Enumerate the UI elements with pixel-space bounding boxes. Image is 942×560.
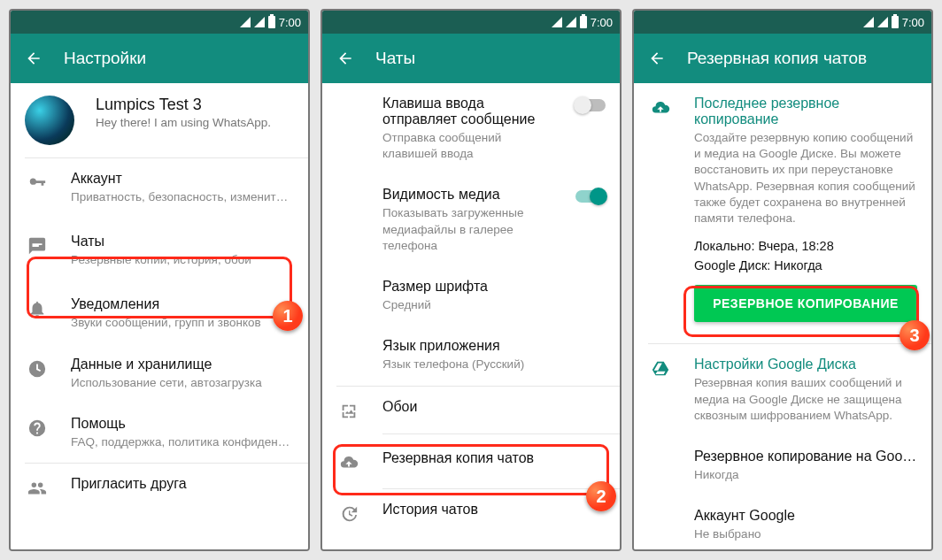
backup-google-account[interactable]: Аккаунт Google Не выбрано [634,495,931,549]
appbar-title: Настройки [64,49,146,68]
chats-font-size[interactable]: Размер шрифта Средний [322,266,620,326]
settings-account[interactable]: Аккаунт Приватность, безопасность, измен… [11,158,308,218]
row-title: Видимость медиа [382,187,554,203]
row-title: Аккаунт Google [694,508,917,524]
backup-now-button[interactable]: РЕЗЕРВНОЕ КОПИРОВАНИЕ [694,285,917,322]
people-icon [25,476,50,498]
row-sub: Язык телефона (Русский) [382,357,606,372]
back-button[interactable] [336,50,354,67]
chats-media-visibility[interactable]: Видимость медиа Показывать загруженные м… [322,174,620,266]
settings-content: Lumpics Test 3 Hey there! I am using Wha… [11,83,308,549]
app-bar: Резервная копия чатов [634,34,931,83]
backup-frequency[interactable]: Резервное копирование на Googl... Никогд… [634,436,931,495]
status-time: 7:00 [902,16,924,29]
row-sub: Средний [382,297,606,313]
row-title: История чатов [382,502,606,518]
section-heading: Настройки Google Диска [694,357,917,372]
chat-icon [25,234,50,256]
row-sub: Отправка сообщений клавишей ввода [382,130,554,162]
row-sub: Никогда [694,467,917,483]
avatar [25,96,74,145]
settings-chats[interactable]: Чаты Резервные копии, история, обои [11,218,308,284]
row-title: Язык приложения [382,338,606,354]
toggle-enter[interactable] [575,99,606,111]
backup-last-section: Последнее резервное копирование Создайте… [634,83,931,343]
row-title: Резервное копирование на Googl... [694,449,917,464]
row-sub: Звуки сообщений, групп и звонков [71,315,294,331]
gdrive-icon [648,357,673,379]
row-title: Уведомления [71,296,294,312]
row-sub: FAQ, поддержка, политика конфиденциал... [71,434,294,450]
chats-history[interactable]: История чатов [322,489,620,536]
signal-icon [566,17,576,27]
settings-data[interactable]: Данные и хранилище Использование сети, а… [11,344,308,403]
signal-icon [254,17,265,27]
status-bar: 7:00 [11,11,308,34]
wifi-icon [552,17,562,27]
settings-invite[interactable]: Пригласить друга [11,464,308,510]
wallpaper-icon [336,399,361,421]
row-title: Обои [382,399,606,415]
row-title: Пригласить друга [71,476,294,492]
section-desc: Создайте резервную копию сообщений и мед… [694,130,917,226]
signal-icon [877,17,888,27]
key-icon [25,171,50,193]
screen-chats: 7:00 Чаты Клавиша ввода отправляет сообщ… [320,9,622,551]
chats-content: Клавиша ввода отправляет сообщение Отпра… [322,83,620,549]
row-title: Резервная копия чатов [382,450,606,466]
toggle-media[interactable] [575,190,606,203]
battery-icon [580,16,587,28]
backup-gdrive: Google Диск: Никогда [694,258,917,272]
appbar-title: Чаты [375,49,415,68]
settings-notifications[interactable]: Уведомления Звуки сообщений, групп и зво… [11,284,308,343]
backup-content: Последнее резервное копирование Создайте… [634,83,931,549]
screen-settings: 7:00 Настройки Lumpics Test 3 Hey there!… [9,9,310,551]
row-title: Клавиша ввода отправляет сообщение [382,96,554,127]
screen-backup: 7:00 Резервная копия чатов Последнее рез… [632,9,933,551]
row-title: Аккаунт [71,171,294,187]
chats-wallpaper[interactable]: Обои [322,387,620,433]
row-sub: Приватность, безопасность, изменить но..… [71,189,294,205]
chats-backup[interactable]: Резервная копия чатов [322,434,620,488]
row-title: Чаты [71,234,294,249]
section-heading: Последнее резервное копирование [694,96,917,127]
app-bar: Настройки [11,34,308,83]
battery-icon [268,16,275,28]
profile-name: Lumpics Test 3 [96,96,294,114]
status-time: 7:00 [591,16,613,29]
profile-status: Hey there! I am using WhatsApp. [96,116,294,129]
bell-icon [25,296,50,318]
gdrive-settings-section: Настройки Google Диска Резервная копия в… [634,344,931,436]
back-button[interactable] [648,50,666,67]
cloud-upload-icon [336,450,361,472]
row-title: Размер шрифта [382,279,606,295]
profile-row[interactable]: Lumpics Test 3 Hey there! I am using Wha… [11,83,308,157]
appbar-title: Резервная копия чатов [687,49,867,68]
row-sub: Показывать загруженные медиафайлы в гале… [382,205,554,254]
wifi-icon [240,17,251,27]
app-bar: Чаты [322,34,620,83]
wifi-icon [863,17,874,27]
chats-app-language[interactable]: Язык приложения Язык телефона (Русский) [322,326,620,385]
status-time: 7:00 [279,16,301,29]
back-button[interactable] [25,50,42,67]
row-sub: Использование сети, автозагрузка [71,375,294,391]
row-title: Помощь [71,416,294,432]
row-title: Данные и хранилище [71,357,294,372]
status-bar: 7:00 [322,11,620,34]
data-icon [25,357,50,379]
battery-icon [892,16,899,28]
section-desc: Резервная копия ваших сообщений и медиа … [694,375,917,424]
help-icon [25,416,50,438]
chats-enter-key[interactable]: Клавиша ввода отправляет сообщение Отпра… [322,83,620,174]
status-bar: 7:00 [634,11,931,34]
cloud-upload-icon [648,96,673,118]
history-icon [336,502,361,524]
settings-help[interactable]: Помощь FAQ, поддержка, политика конфиден… [11,403,308,463]
backup-local: Локально: Вчера, 18:28 [694,239,917,253]
row-sub: Резервные копии, история, обои [71,252,294,268]
row-sub: Не выбрано [694,526,917,542]
